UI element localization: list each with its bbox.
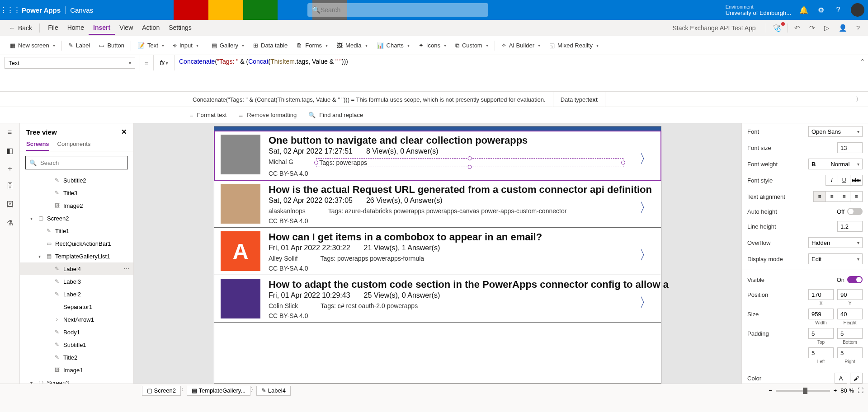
remove-formatting-button[interactable]: ≣ Remove formatting	[238, 112, 297, 118]
formula-input[interactable]: Concatenate("Tags: " & (Concat(ThisItem.…	[175, 55, 868, 91]
rail-media-icon[interactable]: 🖼	[5, 200, 14, 209]
rail-tree-icon[interactable]: ◧	[5, 146, 14, 155]
chevron-right-icon[interactable]: 〉	[639, 150, 652, 168]
selected-label-control[interactable]: Tags: powerapps	[316, 158, 623, 167]
insert-button[interactable]: ▭ Button	[94, 42, 129, 49]
tree-node-body1[interactable]: ✎Body1⋯	[20, 326, 133, 338]
help2-icon[interactable]: ?	[854, 24, 863, 32]
tree-node-templategallerylist1[interactable]: ▾▤TemplateGalleryList1⋯	[20, 250, 133, 262]
rail-hamburger-icon[interactable]: ≡	[5, 128, 14, 137]
prop-font-select[interactable]: Open Sans▾	[808, 126, 863, 137]
fit-to-window-icon[interactable]: ⛶	[858, 387, 863, 394]
design-canvas[interactable]: One button to navigate and clear collect…	[134, 123, 741, 384]
prop-fontstyle-buttons[interactable]: IUabc	[826, 175, 863, 186]
tree-search[interactable]: 🔍	[25, 156, 128, 169]
prop-pad-top[interactable]	[808, 328, 834, 339]
new-screen-button[interactable]: ▦ New screen▾	[5, 42, 60, 49]
tree-node-title3[interactable]: ✎Title3⋯	[20, 187, 133, 199]
tree-node-subtitle1[interactable]: ✎Subtitle1⋯	[20, 338, 133, 351]
app-checker-icon[interactable]: 🩺	[770, 24, 784, 32]
prop-lineheight-input[interactable]	[837, 221, 863, 232]
font-color-button[interactable]: A	[835, 373, 847, 384]
zoom-slider[interactable]	[776, 390, 830, 392]
gallery-row[interactable]: AHow can I get items in a combobox to ap…	[214, 228, 661, 275]
insert-forms[interactable]: 🗎 Forms▾	[292, 42, 332, 49]
prop-y-input[interactable]	[837, 289, 863, 300]
prop-fontweight-select[interactable]: B Normal▾	[808, 159, 863, 169]
prop-height-input[interactable]	[837, 309, 863, 319]
back-button[interactable]: ← Back	[5, 24, 36, 32]
rail-data-icon[interactable]: 🗄	[5, 182, 14, 191]
prop-fontsize-input[interactable]	[837, 142, 863, 153]
tree-node-image1[interactable]: 🖼Image1⋯	[20, 364, 133, 376]
breadcrumb[interactable]: ✎ Label4	[256, 386, 291, 396]
tree-node-label3[interactable]: ✎Label3⋯	[20, 275, 133, 288]
tree-node-title2[interactable]: ✎Title2⋯	[20, 351, 133, 364]
tree-search-input[interactable]	[40, 159, 124, 166]
align-right-button[interactable]: ≡	[838, 191, 850, 202]
prop-x-input[interactable]	[808, 289, 834, 300]
chevron-right-icon[interactable]: 〉	[639, 247, 652, 264]
notification-icon[interactable]: 🔔	[799, 5, 808, 14]
environment-picker[interactable]: Environment University of Edinburgh...	[726, 4, 791, 16]
prop-overflow-select[interactable]: Hidden▾	[808, 237, 863, 248]
gallery-row[interactable]: How to adapt the custom code section in …	[214, 275, 661, 323]
strike-button[interactable]: abc	[850, 175, 863, 186]
insert-label[interactable]: ✎ Label	[64, 42, 95, 49]
gallery-row[interactable]: One button to navigate and clear collect…	[214, 131, 661, 180]
find-replace-button[interactable]: 🔍 Find and replace	[308, 112, 363, 118]
tree-node-image2[interactable]: 🖼Image2⋯	[20, 199, 133, 212]
tree-tab-components[interactable]: Components	[57, 138, 91, 151]
prop-visible-toggle[interactable]	[847, 276, 863, 283]
breadcrumb[interactable]: ▢ Screen2	[142, 386, 181, 396]
fx-button[interactable]: fx▾	[154, 55, 175, 70]
menu-tab-insert[interactable]: Insert	[89, 21, 115, 35]
tree-node-nextarrow1[interactable]: ›NextArrow1⋯	[20, 313, 133, 326]
tree-node-label2[interactable]: ✎Label2⋯	[20, 288, 133, 300]
settings-icon[interactable]: ⚙	[816, 5, 826, 14]
underline-button[interactable]: U	[838, 175, 850, 186]
tree-tab-screens[interactable]: Screens	[26, 138, 49, 151]
tree-node-title1[interactable]: ✎Title1⋯	[20, 225, 133, 237]
tree-node-subtitle2[interactable]: ✎Subtitle2⋯	[20, 174, 133, 187]
prop-autoheight-toggle[interactable]	[847, 208, 863, 215]
insert-text[interactable]: 📝 Text▾	[133, 42, 169, 49]
prop-displaymode-select[interactable]: Edit▾	[808, 253, 863, 264]
property-selector[interactable]: Text▾	[0, 55, 140, 70]
share-icon[interactable]: 👤	[836, 24, 850, 32]
global-search-input[interactable]	[321, 6, 484, 14]
insert-custom[interactable]: ⧉ Custom▾	[451, 42, 493, 49]
insert-media[interactable]: 🖼 Media▾	[332, 42, 372, 49]
fill-color-button[interactable]: 🖌	[850, 373, 863, 384]
prop-width-input[interactable]	[808, 309, 834, 319]
align-justify-button[interactable]: ≡	[850, 191, 863, 202]
formula-result-expand-icon[interactable]: 〉	[852, 95, 865, 103]
chevron-right-icon[interactable]: 〉	[639, 199, 652, 216]
app-launcher-icon[interactable]: ⋮⋮⋮	[0, 0, 20, 20]
italic-button[interactable]: I	[826, 175, 838, 186]
tree-node-screen2[interactable]: ▾▢Screen2⋯	[20, 212, 133, 225]
menu-tab-settings[interactable]: Settings	[164, 21, 196, 35]
prop-pad-left[interactable]	[808, 347, 834, 358]
prop-pad-bottom[interactable]	[837, 328, 863, 339]
formula-collapse-icon[interactable]: ⌃	[860, 58, 865, 65]
tree-close-icon[interactable]: ✕	[121, 128, 127, 136]
insert-charts[interactable]: 📊 Charts▾	[372, 42, 414, 49]
user-avatar[interactable]	[851, 3, 864, 17]
menu-tab-home[interactable]: Home	[63, 21, 89, 35]
insert-datatable[interactable]: ⊞ Data table	[249, 42, 292, 49]
rail-variables-icon[interactable]: ⚗	[5, 218, 14, 227]
prop-pad-right[interactable]	[837, 347, 863, 358]
tree-node-separator1[interactable]: —Separator1⋯	[20, 300, 133, 313]
align-center-button[interactable]: ≡	[826, 191, 838, 202]
menu-tab-action[interactable]: Action	[137, 21, 164, 35]
help-icon[interactable]: ?	[834, 5, 843, 14]
gallery-row[interactable]: How is the actual Request URL generated …	[214, 180, 661, 228]
chevron-right-icon[interactable]: 〉	[639, 294, 652, 311]
insert-gallery[interactable]: ▤ Gallery▾	[207, 42, 249, 49]
redo-icon[interactable]: ↷	[807, 24, 818, 32]
menu-tab-view[interactable]: View	[115, 21, 137, 35]
breadcrumb[interactable]: ▤ TemplateGallery...	[187, 386, 250, 396]
zoom-in-icon[interactable]: +	[834, 387, 837, 394]
insert-icons[interactable]: ✦ Icons▾	[414, 42, 451, 49]
